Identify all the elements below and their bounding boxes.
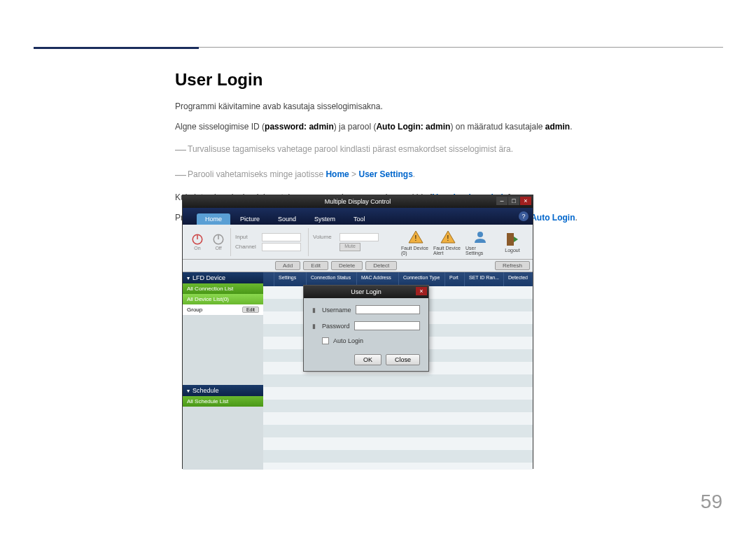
tab-picture[interactable]: Picture [232, 213, 268, 225]
fault-alert-button[interactable]: ! Fault Device Alert [433, 229, 463, 255]
label: Logout [505, 248, 519, 253]
th-connstatus[interactable]: Connection Status [307, 272, 357, 286]
user-settings-link: User Settings [358, 169, 412, 179]
ribbon: On Off Input Channel Volume Mute ! Fault… [183, 225, 533, 260]
dash-icon: ― [175, 169, 186, 181]
volume-slider[interactable] [340, 233, 379, 241]
auto-login-checkbox-text: Auto Login [531, 213, 575, 223]
home-link: Home [326, 169, 349, 179]
power-off-button[interactable]: Off [209, 230, 227, 255]
edit-button[interactable]: Edit [303, 261, 328, 270]
sidebar-all-connection[interactable]: All Connection List [183, 283, 263, 294]
group-edit-button[interactable]: Edit [242, 307, 259, 313]
intro-paragraph: Programmi käivitamine avab kasutaja siss… [175, 100, 721, 113]
svg-marker-10 [514, 237, 518, 242]
auto-login-checkbox[interactable] [322, 337, 329, 344]
tab-sound[interactable]: Sound [270, 213, 304, 225]
maximize-icon[interactable]: □ [508, 197, 519, 205]
volume-label: Volume [313, 234, 337, 240]
dash-icon: ― [175, 143, 186, 155]
help-icon[interactable]: ? [519, 211, 528, 221]
password-row: ▮ Password [312, 321, 420, 330]
dialog-body: ▮ Username ▮ Password Auto Login OK Clos… [304, 298, 428, 371]
close-button[interactable]: Close [386, 354, 420, 365]
refresh-button[interactable]: Refresh [495, 261, 530, 270]
text: Turvalisuse tagamiseks vahetage parool k… [188, 144, 513, 154]
sidebar-group-row: Group Edit [183, 304, 263, 315]
autologin-value: : admin [421, 122, 451, 132]
password-value: : admin [304, 122, 334, 132]
label: Fault Device Alert [433, 246, 463, 255]
text: > [349, 169, 359, 179]
svg-text:!: ! [447, 234, 449, 242]
th-port[interactable]: Port [445, 272, 465, 286]
dialog-close-icon[interactable]: × [416, 287, 427, 295]
text: ) ja parool ( [334, 122, 377, 132]
power-on-button[interactable]: On [188, 230, 206, 255]
th-conntype[interactable]: Connection Type [399, 272, 445, 286]
page-accent-bar [34, 47, 199, 49]
security-note: ―Turvalisuse tagamiseks vahetage parool … [175, 141, 721, 159]
username-row: ▮ Username [312, 305, 420, 314]
tab-system[interactable]: System [306, 213, 344, 225]
menu-tabs: Home Picture Sound System Tool ? [183, 208, 533, 225]
auto-login-row: Auto Login [322, 337, 420, 344]
channel-combo[interactable] [262, 243, 301, 251]
user-settings-button[interactable]: User Settings [465, 229, 495, 255]
dialog-title: User Login [351, 288, 382, 295]
text: . [575, 213, 578, 223]
bullet-icon: ▮ [312, 323, 321, 330]
mute-button[interactable]: Mute [340, 243, 360, 251]
window-title: Multiple Display Control [325, 198, 391, 205]
minimize-icon[interactable]: – [496, 197, 507, 205]
tab-tool[interactable]: Tool [345, 213, 374, 225]
username-input[interactable] [356, 305, 420, 314]
sidebar-all-device[interactable]: All Device List(0) [183, 294, 263, 304]
sidebar-gap [183, 315, 263, 385]
th-setid[interactable]: SET ID Ran... [465, 272, 504, 286]
default-credentials-paragraph: Algne sisselogimise ID (password: admin)… [175, 120, 721, 134]
autologin-label: Auto Login [376, 122, 420, 132]
add-button[interactable]: Add [275, 261, 300, 270]
dialog-buttons: OK Close [312, 351, 420, 365]
page-number: 59 [701, 491, 722, 513]
username-label: Username [322, 307, 351, 314]
th-checkbox[interactable] [263, 272, 274, 286]
close-icon[interactable]: × [520, 197, 531, 205]
dialog-titlebar: User Login × [304, 286, 428, 298]
detect-button[interactable]: Detect [365, 261, 397, 270]
th-settings[interactable]: Settings [274, 272, 307, 286]
window-controls: – □ × [496, 197, 531, 205]
label: User Settings [465, 246, 495, 255]
device-toolbar: Add Edit Delete Detect Refresh [183, 260, 533, 272]
login-dialog: User Login × ▮ Username ▮ Password Auto … [303, 285, 429, 372]
text: Algne sisselogimise ID ( [175, 122, 265, 132]
auto-login-label: Auto Login [333, 337, 363, 344]
password-input[interactable] [354, 321, 420, 330]
label: Fault Device (0) [401, 246, 430, 255]
password-label: password [265, 122, 304, 132]
th-detected[interactable]: Detected [504, 272, 533, 286]
svg-text:!: ! [415, 234, 417, 242]
tab-home[interactable]: Home [197, 213, 230, 225]
sidebar-lfd-header[interactable]: LFD Device [183, 272, 263, 283]
volume-group: Volume Mute [308, 228, 383, 256]
th-mac[interactable]: MAC Address [357, 272, 399, 286]
sidebar: LFD Device All Connection List All Devic… [183, 272, 263, 470]
input-label: Input [235, 234, 259, 240]
svg-point-8 [477, 232, 483, 237]
sidebar-schedule-header[interactable]: Schedule [183, 385, 263, 396]
bullet-icon: ▮ [312, 307, 321, 314]
text: Parooli vahetamiseks minge jaotisse [188, 169, 326, 179]
delete-button[interactable]: Delete [331, 261, 363, 270]
input-combo[interactable] [262, 233, 301, 241]
sidebar-all-schedule[interactable]: All Schedule List [183, 396, 263, 407]
label: On [194, 246, 200, 251]
logout-button[interactable]: Logout [498, 231, 527, 253]
password-label: Password [322, 323, 350, 330]
label: Off [215, 246, 221, 251]
titlebar: Multiple Display Control – □ × [183, 195, 533, 208]
change-password-note: ―Parooli vahetamiseks minge jaotisse Hom… [175, 166, 721, 184]
ok-button[interactable]: OK [354, 354, 382, 365]
fault-device-button[interactable]: ! Fault Device (0) [401, 229, 430, 255]
